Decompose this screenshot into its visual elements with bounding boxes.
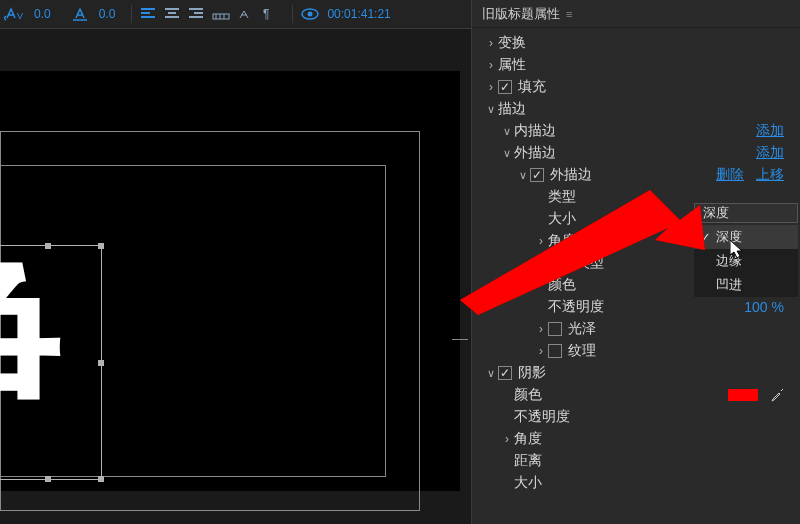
outerstroke-checkbox[interactable]: ✓ xyxy=(530,168,544,182)
toolbar: V 0.0 0.0 ¶ xyxy=(0,0,471,29)
dropdown-option-indent[interactable]: 凹进 xyxy=(694,273,798,297)
fill-checkbox[interactable]: ✓ xyxy=(498,80,512,94)
inner-stroke-add[interactable]: 添加 xyxy=(756,122,784,140)
timecode-value[interactable]: 00:01:41:21 xyxy=(327,3,390,25)
divider xyxy=(131,5,132,23)
midline-tick xyxy=(452,339,468,340)
outer-stroke-delete[interactable]: 删除 xyxy=(716,166,744,184)
tracking-value[interactable]: 0.0 xyxy=(99,3,116,25)
cursor-icon xyxy=(730,240,746,260)
align-center-icon[interactable] xyxy=(164,3,180,25)
align-right-icon[interactable] xyxy=(188,3,204,25)
timecode-eye-icon[interactable] xyxy=(301,3,319,25)
shadow-checkbox[interactable]: ✓ xyxy=(498,366,512,380)
shadow-color-row[interactable]: 颜色 xyxy=(472,384,800,406)
outer-stroke-add[interactable]: 添加 xyxy=(756,144,784,162)
group-shadow[interactable]: ✓阴影 xyxy=(472,362,800,384)
selection-box[interactable] xyxy=(0,245,102,480)
outer-stroke-item[interactable]: ✓外描边 删除上移 xyxy=(472,164,800,186)
dropdown-option-depth[interactable]: ✓深度 xyxy=(694,225,798,249)
shadow-opacity-row[interactable]: 不透明度 xyxy=(472,406,800,428)
shadow-angle-row[interactable]: 角度 xyxy=(472,428,800,450)
shadow-color-swatch[interactable] xyxy=(728,389,758,401)
kerning-icon[interactable]: V xyxy=(4,3,26,25)
stroke-type-select[interactable]: 深度 xyxy=(694,203,798,223)
svg-marker-19 xyxy=(730,240,742,258)
shadow-size-row[interactable]: 大小 xyxy=(472,472,800,494)
shadow-distance-row[interactable]: 距离 xyxy=(472,450,800,472)
svg-text:¶: ¶ xyxy=(263,7,269,21)
canvas-pane: V 0.0 0.0 ¶ xyxy=(0,0,472,524)
stroke-opacity-row[interactable]: 不透明度 100 % xyxy=(472,296,800,318)
stroke-gloss-row[interactable]: ✓光泽 xyxy=(472,318,800,340)
svg-point-17 xyxy=(308,12,313,17)
outer-stroke-moveup[interactable]: 上移 xyxy=(756,166,784,184)
tab-ruler-icon[interactable] xyxy=(212,3,230,25)
align-left-icon[interactable] xyxy=(140,3,156,25)
panel-title: 旧版标题属性 xyxy=(482,5,560,23)
divider xyxy=(292,5,293,23)
group-fill[interactable]: ✓填充 xyxy=(472,76,800,98)
stroke-type-dropdown: ✓深度 边缘 凹进 xyxy=(694,225,798,297)
svg-rect-10 xyxy=(213,14,229,19)
stroke-opacity-value[interactable]: 100 % xyxy=(744,299,784,315)
group-stroke[interactable]: 描边 xyxy=(472,98,800,120)
eyedropper-icon[interactable] xyxy=(770,388,784,402)
title-canvas[interactable]: 静 xyxy=(0,71,460,491)
inner-stroke-row[interactable]: 内描边 添加 xyxy=(472,120,800,142)
dropdown-option-edge[interactable]: 边缘 xyxy=(694,249,798,273)
group-transform[interactable]: 变换 xyxy=(472,32,800,54)
group-attributes[interactable]: 属性 xyxy=(472,54,800,76)
properties-panel: 旧版标题属性 ≡ 变换 属性 ✓填充 描边 内描边 添加 外描边 添加 ✓外描边… xyxy=(472,0,800,524)
toggle-pilcrow-icon[interactable]: ¶ xyxy=(262,3,276,25)
outer-stroke-row[interactable]: 外描边 添加 xyxy=(472,142,800,164)
panel-header[interactable]: 旧版标题属性 ≡ xyxy=(472,0,800,28)
gloss-checkbox[interactable]: ✓ xyxy=(548,322,562,336)
texture-checkbox[interactable]: ✓ xyxy=(548,344,562,358)
tracking-icon[interactable] xyxy=(69,3,91,25)
panel-menu-icon[interactable]: ≡ xyxy=(566,8,572,20)
show-video-icon[interactable] xyxy=(238,3,254,25)
stroke-texture-row[interactable]: ✓纹理 xyxy=(472,340,800,362)
svg-text:V: V xyxy=(17,11,23,21)
kerning-value[interactable]: 0.0 xyxy=(34,3,51,25)
